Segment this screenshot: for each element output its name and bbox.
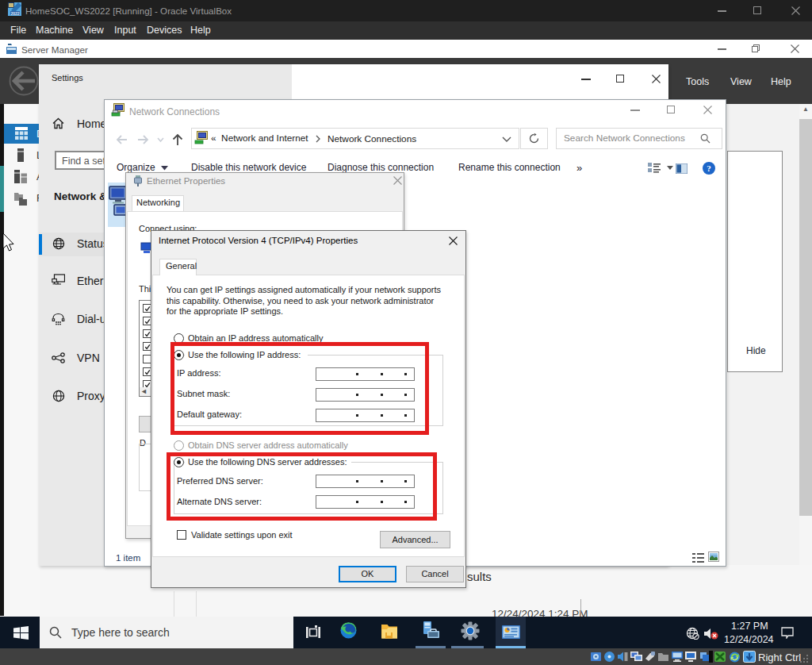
- svg-text:?: ?: [707, 163, 711, 173]
- svg-text:2022: 2022: [10, 11, 19, 16]
